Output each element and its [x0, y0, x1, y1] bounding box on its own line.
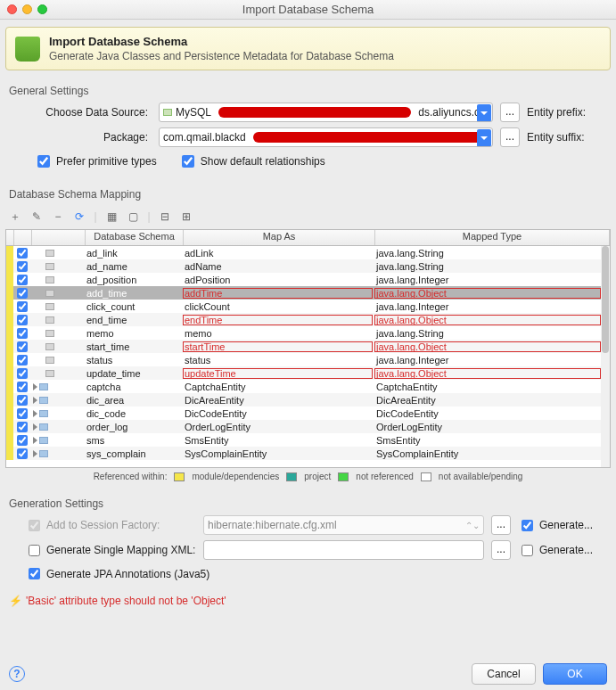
table-row[interactable]: ad_nameadNamejava.lang.String: [6, 259, 610, 273]
map-as-cell[interactable]: updateTime: [183, 368, 374, 379]
table-row[interactable]: dic_codeDicCodeEntityDicCodeEntity: [6, 407, 610, 420]
remove-button[interactable]: −: [48, 208, 68, 226]
row-checkbox[interactable]: [13, 328, 31, 339]
tree-toggle[interactable]: [31, 383, 85, 390]
map-as-cell[interactable]: adName: [183, 261, 374, 272]
add-button[interactable]: ＋: [5, 208, 25, 226]
cancel-button[interactable]: Cancel: [472, 663, 536, 685]
mapped-type-cell[interactable]: DicCodeEntity: [374, 408, 610, 419]
edit-button[interactable]: ✎: [27, 208, 46, 226]
tree-toggle[interactable]: [31, 290, 85, 297]
collapse-all-button[interactable]: ⊞: [177, 208, 196, 226]
table-row[interactable]: statusstatusjava.lang.Integer: [6, 353, 610, 366]
map-as-cell[interactable]: CaptchaEntity: [183, 382, 374, 392]
map-as-cell[interactable]: adPosition: [183, 275, 374, 285]
mapped-type-cell[interactable]: java.lang.Object: [374, 341, 610, 352]
map-as-cell[interactable]: memo: [183, 328, 374, 339]
datasource-combo[interactable]: MySQL ds.aliyuncs.c...: [159, 103, 493, 122]
mapped-type-cell[interactable]: java.lang.String: [374, 328, 610, 339]
schema-table[interactable]: Database Schema Map As Mapped Type ad_li…: [5, 229, 611, 468]
row-checkbox[interactable]: [13, 422, 31, 432]
mapped-type-cell[interactable]: java.lang.Object: [374, 315, 610, 325]
tree-toggle[interactable]: [31, 450, 85, 457]
mapped-type-cell[interactable]: java.lang.Integer: [374, 275, 610, 285]
session-factory-combo[interactable]: hibernate:hibernate.cfg.xml ⌃⌄: [203, 515, 484, 535]
mapped-type-cell[interactable]: OrderLogEntity: [374, 422, 610, 432]
table-row[interactable]: ad_positionadPositionjava.lang.Integer: [6, 273, 610, 286]
row-checkbox[interactable]: [13, 288, 31, 299]
row-checkbox[interactable]: [13, 315, 31, 325]
map-as-cell[interactable]: adLink: [183, 248, 374, 259]
prefer-primitive-checkbox[interactable]: Prefer primitive types: [34, 152, 157, 170]
tree-toggle[interactable]: [31, 263, 85, 270]
map-as-cell[interactable]: DicCodeEntity: [183, 408, 374, 419]
single-mapping-checkbox[interactable]: [29, 545, 40, 556]
jpa-annotations-checkbox[interactable]: [29, 568, 40, 579]
row-checkbox[interactable]: [13, 301, 31, 312]
tree-toggle[interactable]: [31, 250, 85, 257]
row-checkbox[interactable]: [13, 248, 31, 259]
expand-all-button[interactable]: ⊟: [155, 208, 175, 226]
row-checkbox[interactable]: [13, 448, 31, 459]
single-mapping-input[interactable]: [203, 540, 484, 560]
mapped-type-cell[interactable]: DicAreaEntity: [374, 395, 610, 406]
datasource-browse-button[interactable]: ...: [500, 103, 520, 122]
tree-toggle[interactable]: [31, 316, 85, 324]
row-checkbox[interactable]: [13, 368, 31, 379]
show-default-rel-checkbox[interactable]: Show default relationships: [178, 152, 325, 170]
row-checkbox[interactable]: [13, 408, 31, 419]
map-as-cell[interactable]: addTime: [183, 288, 374, 299]
mapped-type-cell[interactable]: SysComplainEntity: [374, 448, 610, 459]
generate-1-checkbox[interactable]: [522, 520, 533, 531]
tree-toggle[interactable]: [31, 423, 85, 431]
table-row[interactable]: update_timeupdateTimejava.lang.Object: [6, 366, 610, 380]
mapped-type-cell[interactable]: java.lang.Object: [374, 288, 610, 299]
tree-toggle[interactable]: [31, 397, 85, 404]
session-browse-button[interactable]: ...: [491, 515, 511, 535]
tree-toggle[interactable]: [31, 276, 85, 283]
table-row[interactable]: start_timestartTimejava.lang.Object: [6, 340, 610, 353]
col-database-schema[interactable]: Database Schema: [86, 230, 184, 245]
map-as-cell[interactable]: OrderLogEntity: [183, 422, 374, 432]
table-row[interactable]: sys_complainSysComplainEntitySysComplain…: [6, 447, 610, 460]
tree-toggle[interactable]: [31, 370, 85, 377]
package-browse-button[interactable]: ...: [500, 127, 520, 147]
package-combo[interactable]: com.qmail.blackd: [159, 127, 493, 147]
col-mapped-type[interactable]: Mapped Type: [375, 230, 610, 245]
vertical-scrollbar[interactable]: [601, 246, 610, 467]
table-row[interactable]: ad_linkadLinkjava.lang.String: [6, 246, 610, 259]
ok-button[interactable]: OK: [543, 663, 607, 685]
table-row[interactable]: captchaCaptchaEntityCaptchaEntity: [6, 380, 610, 393]
deselect-all-button[interactable]: ▢: [123, 208, 143, 226]
mapped-type-cell[interactable]: java.lang.String: [374, 248, 610, 259]
table-row[interactable]: click_countclickCountjava.lang.Integer: [6, 300, 610, 313]
mapped-type-cell[interactable]: java.lang.String: [374, 261, 610, 272]
map-as-cell[interactable]: DicAreaEntity: [183, 395, 374, 406]
map-as-cell[interactable]: SysComplainEntity: [183, 448, 374, 459]
tree-toggle[interactable]: [31, 330, 85, 337]
table-row[interactable]: end_timeendTimejava.lang.Object: [6, 313, 610, 326]
map-as-cell[interactable]: SmsEntity: [183, 435, 374, 446]
table-row[interactable]: dic_areaDicAreaEntityDicAreaEntity: [6, 393, 610, 407]
map-as-cell[interactable]: endTime: [183, 315, 374, 325]
tree-toggle[interactable]: [31, 343, 85, 350]
tree-toggle[interactable]: [31, 410, 85, 417]
refresh-button[interactable]: ⟳: [70, 208, 89, 226]
mapped-type-cell[interactable]: java.lang.Integer: [374, 355, 610, 366]
table-row[interactable]: smsSmsEntitySmsEntity: [6, 433, 610, 447]
select-all-button[interactable]: ▦: [102, 208, 121, 226]
tree-toggle[interactable]: [31, 437, 85, 444]
map-as-cell[interactable]: clickCount: [183, 301, 374, 312]
row-checkbox[interactable]: [13, 261, 31, 272]
help-button[interactable]: ?: [9, 666, 25, 682]
row-checkbox[interactable]: [13, 275, 31, 285]
row-checkbox[interactable]: [13, 382, 31, 392]
row-checkbox[interactable]: [13, 341, 31, 352]
mapped-type-cell[interactable]: SmsEntity: [374, 435, 610, 446]
map-as-cell[interactable]: startTime: [183, 341, 374, 352]
tree-toggle[interactable]: [31, 357, 85, 364]
generate-2-checkbox[interactable]: [522, 545, 533, 556]
row-checkbox[interactable]: [13, 395, 31, 406]
tree-toggle[interactable]: [31, 303, 85, 310]
row-checkbox[interactable]: [13, 435, 31, 446]
